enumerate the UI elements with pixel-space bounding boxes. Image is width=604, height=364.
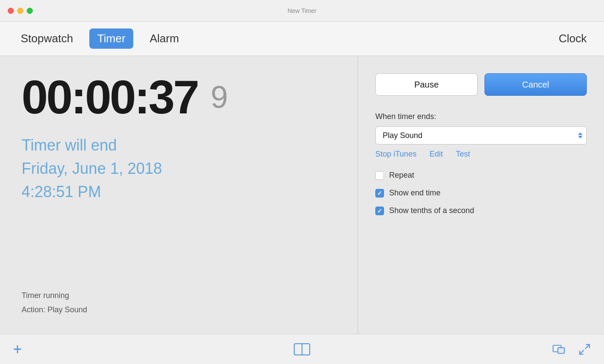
timer-end-line2: Friday, June 1, 2018 [22,157,336,180]
title-bar: New Timer [0,0,604,22]
window-title: New Timer [288,7,317,14]
timer-display: 00:00:37 9 [22,73,336,121]
show-tenths-label[interactable]: Show tenths of a second [389,206,474,215]
close-button[interactable] [8,8,14,14]
bottom-bar: + [0,334,604,364]
bottom-icons [552,343,591,356]
when-timer-section: When timer ends: Play Sound Stop iTunes … [375,112,587,159]
timer-tenths: 9 [211,82,228,113]
timer-time: 00:00:37 [22,73,198,121]
repeat-checkbox[interactable] [375,171,384,180]
timer-end-line3: 4:28:51 PM [22,180,336,204]
resize-button[interactable] [552,343,565,356]
pause-button[interactable]: Pause [375,73,478,96]
split-view-button[interactable] [294,343,310,355]
timer-status: Timer running Action: Play Sound [22,289,336,317]
timer-end-info: Timer will end Friday, June 1, 2018 4:28… [22,134,336,204]
main-content: 00:00:37 9 Timer will end Friday, June 1… [0,56,604,334]
nav-tabs: Stopwatch Timer Alarm [13,28,187,49]
action-select[interactable]: Play Sound Stop iTunes Speak Silence [375,126,587,144]
window-controls [8,8,33,14]
timer-status-line2: Action: Play Sound [22,303,336,317]
tab-alarm[interactable]: Alarm [142,28,187,49]
repeat-label[interactable]: Repeat [389,171,414,180]
timer-end-line1: Timer will end [22,134,336,157]
nav-bar: Stopwatch Timer Alarm Clock [0,22,604,56]
tab-stopwatch[interactable]: Stopwatch [13,28,81,49]
svg-line-4 [585,344,589,348]
left-panel: 00:00:37 9 Timer will end Friday, June 1… [0,56,358,334]
show-tenths-checkbox[interactable] [375,207,384,215]
show-end-time-row: Show end time [375,188,587,198]
svg-rect-3 [558,348,564,353]
control-buttons: Pause Cancel [375,73,587,96]
action-select-wrapper: Play Sound Stop iTunes Speak Silence [375,126,587,144]
when-timer-label: When timer ends: [375,112,587,121]
expand-button[interactable] [578,343,591,356]
timer-status-line1: Timer running [22,289,336,302]
svg-line-5 [580,350,584,354]
clock-button[interactable]: Clock [559,32,587,45]
minimize-button[interactable] [17,8,23,14]
edit-link[interactable]: Edit [429,150,443,159]
maximize-button[interactable] [27,8,33,14]
cancel-button[interactable]: Cancel [484,73,587,96]
test-link[interactable]: Test [456,150,470,159]
action-links: Stop iTunes Edit Test [375,150,587,159]
tab-timer[interactable]: Timer [89,28,133,49]
right-panel: Pause Cancel When timer ends: Play Sound… [358,56,604,334]
show-end-time-label[interactable]: Show end time [389,188,440,198]
checkboxes-section: Repeat Show end time Show tenths of a se… [375,171,587,215]
show-tenths-row: Show tenths of a second [375,206,587,215]
add-timer-button[interactable]: + [13,342,22,357]
stop-itunes-link[interactable]: Stop iTunes [375,150,416,159]
show-end-time-checkbox[interactable] [375,189,384,198]
repeat-row: Repeat [375,171,587,180]
